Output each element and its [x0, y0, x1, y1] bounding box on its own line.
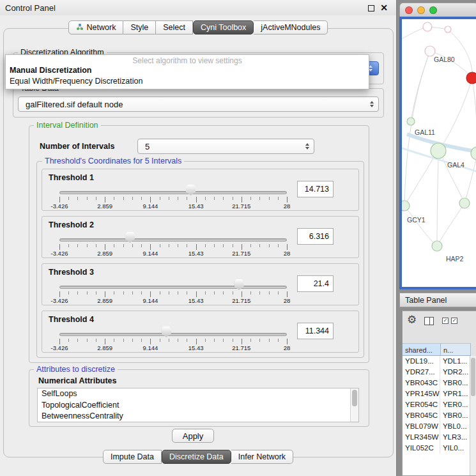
network-edge[interactable]: [404, 157, 434, 206]
table-rows: YDL19...YDL1...YDR27...YDR2...YBR043CYBR…: [403, 356, 470, 475]
network-node[interactable]: [466, 72, 476, 84]
network-node[interactable]: [432, 241, 442, 251]
close-window-icon[interactable]: ✕: [380, 3, 388, 13]
network-edge[interactable]: [448, 29, 472, 78]
combo-arrows-icon: [370, 101, 374, 107]
network-edge[interactable]: [443, 78, 472, 144]
threshold-panel-1: Threshold 1-3.4262.8599.14415.4321.71528: [42, 169, 359, 211]
threshold-value-field[interactable]: [297, 228, 334, 245]
table-scrollbar[interactable]: [470, 356, 476, 475]
tab-jactivemnodules[interactable]: jActiveMNodules: [254, 20, 328, 35]
float-window-icon[interactable]: [368, 5, 374, 12]
slider-track[interactable]: [59, 286, 287, 289]
threshold-slider[interactable]: -3.4262.8599.14415.4321.71528: [55, 277, 293, 305]
threshold-label: Threshold 3: [49, 268, 94, 277]
columns-icon[interactable]: [424, 317, 434, 325]
network-edge[interactable]: [464, 153, 476, 203]
network-node[interactable]: [425, 46, 435, 56]
table-row[interactable]: YDR27...YDR2...: [403, 367, 470, 378]
algorithm-option-equal-width-frequency-discretization[interactable]: Equal Width/Frequency Discretization: [6, 76, 369, 87]
table-row[interactable]: YBR043CYBR0...: [403, 378, 470, 388]
algorithm-option-manual-discretization[interactable]: Manual Discretization: [6, 65, 369, 76]
network-view-frame: GAL80GAL11GAL4GCY1HAP2: [399, 17, 476, 289]
slider-track[interactable]: [59, 191, 287, 194]
attributes-list: SelfLoopsTopologicalCoefficientBetweenne…: [37, 388, 359, 422]
network-node[interactable]: [459, 198, 470, 208]
attributes-list-scrollbar[interactable]: [350, 388, 358, 422]
tick-label: 28: [284, 250, 291, 257]
top-tab-strip: NetworkStyleSelectCyni ToolboxjActiveMNo…: [0, 20, 396, 35]
tick-label: 15.43: [188, 203, 204, 210]
tab-infer-network[interactable]: Infer Network: [231, 450, 293, 464]
apply-button[interactable]: Apply: [172, 429, 214, 443]
tab-style[interactable]: Style: [123, 20, 156, 35]
bottom-tab-strip: Impute DataDiscretize DataInfer Network: [0, 450, 396, 464]
scrollbar-thumb[interactable]: [471, 358, 475, 396]
table-row[interactable]: YIL052CYIL0...: [403, 443, 470, 454]
network-node[interactable]: [423, 22, 432, 31]
column-header-1[interactable]: shared...: [403, 343, 441, 356]
network-canvas[interactable]: GAL80GAL11GAL4GCY1HAP2: [402, 19, 476, 287]
threshold-slider[interactable]: -3.4262.8599.14415.4321.71528: [55, 182, 293, 210]
threshold-label: Threshold 1: [49, 173, 94, 182]
table-panel-header[interactable]: Table Panel: [399, 293, 476, 307]
network-edge[interactable]: [437, 159, 438, 246]
tab-label: Infer Network: [238, 452, 286, 461]
close-traffic-light-icon[interactable]: [405, 6, 413, 14]
attribute-item-selfloops[interactable]: SelfLoops: [38, 388, 358, 400]
table-cell: YER054C: [403, 399, 440, 410]
table-row[interactable]: YBR045CYBR0...: [403, 410, 470, 421]
interval-definition-label: Interval Definition: [34, 121, 101, 130]
tick-label: 28: [284, 203, 291, 210]
select-none-checkbox-icon[interactable]: ✓: [451, 318, 457, 324]
tick-label: 2.859: [97, 203, 112, 210]
node-label-gal80: GAL80: [434, 56, 455, 63]
tick-label: 28: [284, 344, 291, 351]
threshold-value-field[interactable]: [297, 275, 334, 292]
tick-label: 21.715: [232, 250, 250, 257]
network-edge[interactable]: [404, 206, 437, 246]
network-edge[interactable]: [437, 203, 464, 246]
num-intervals-label: Number of Intervals: [40, 142, 114, 151]
table-data-combobox[interactable]: galFiltered.sif default node: [18, 96, 379, 112]
network-node[interactable]: [402, 201, 410, 211]
column-header-2[interactable]: n...: [441, 343, 471, 356]
table-cell: YBR045C: [403, 410, 440, 421]
tab-discretize-data[interactable]: Discretize Data: [162, 450, 231, 464]
table-cell: YDR2...: [440, 367, 470, 378]
control-panel-titlebar: Control Panel ✕: [0, 0, 396, 15]
network-view-window: GAL80GAL11GAL4GCY1HAP2: [399, 3, 476, 289]
minimize-traffic-light-icon[interactable]: [417, 6, 425, 14]
table-row[interactable]: YBL079WYBL0...: [403, 421, 470, 432]
control-panel-window: Control Panel ✕ NetworkStyleSelectCyni T…: [0, 0, 397, 476]
num-intervals-value: 5: [138, 142, 150, 151]
tick-label: 9.144: [143, 297, 158, 304]
threshold-slider[interactable]: -3.4262.8599.14415.4321.71528: [55, 229, 293, 257]
scrollbar-thumb[interactable]: [352, 390, 357, 406]
attribute-item-betweennesscentrality[interactable]: BetweennessCentrality: [38, 411, 358, 422]
table-cell: YIL0...: [440, 443, 470, 454]
tab-network[interactable]: Network: [68, 20, 124, 35]
attributes-list-items: SelfLoopsTopologicalCoefficientBetweenne…: [38, 388, 358, 422]
tab-select[interactable]: Select: [156, 20, 193, 35]
num-intervals-combobox[interactable]: 5: [137, 139, 314, 154]
network-node[interactable]: [445, 26, 451, 33]
network-node[interactable]: [431, 143, 446, 158]
table-row[interactable]: YLR345WYLR3...: [403, 432, 470, 443]
table-row[interactable]: YDL19...YDL1...: [403, 356, 470, 367]
tab-impute-data[interactable]: Impute Data: [103, 450, 162, 464]
gear-icon[interactable]: ⚙: [407, 313, 417, 326]
slider-track[interactable]: [59, 238, 287, 242]
network-edge[interactable]: [472, 78, 476, 153]
slider-track[interactable]: [59, 333, 287, 336]
threshold-slider[interactable]: -3.4262.8599.14415.4321.71528: [55, 324, 293, 352]
threshold-value-field[interactable]: [297, 181, 334, 197]
network-node[interactable]: [407, 118, 415, 125]
table-row[interactable]: YER054CYER0...: [403, 399, 470, 410]
tab-cyni-toolbox[interactable]: Cyni Toolbox: [193, 20, 254, 35]
zoom-traffic-light-icon[interactable]: [429, 6, 437, 14]
table-row[interactable]: YPR145WYPR1...: [403, 388, 470, 399]
select-all-checkbox-icon[interactable]: ✓: [442, 318, 449, 324]
threshold-value-field[interactable]: [297, 323, 334, 339]
attribute-item-topologicalcoefficient[interactable]: TopologicalCoefficient: [38, 400, 358, 411]
